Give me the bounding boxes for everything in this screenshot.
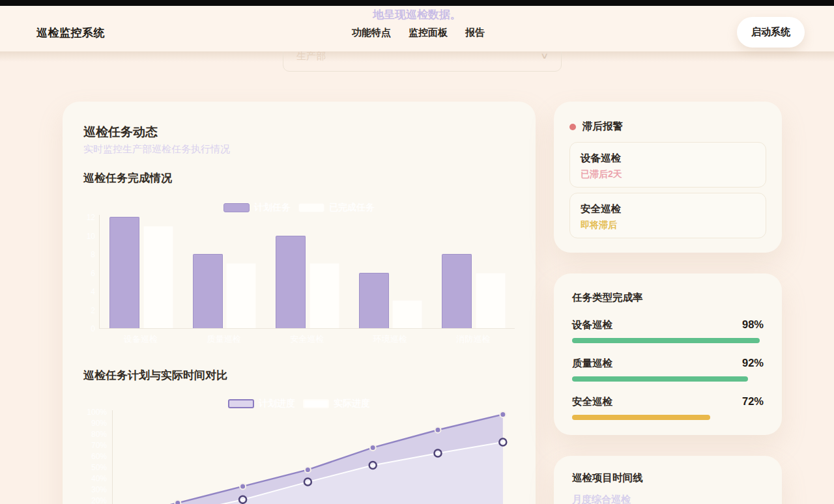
completion-list: 设备巡检98%质量巡检92%安全巡检72% (572, 318, 764, 420)
app-title: 巡检监控系统 (36, 25, 105, 40)
data-point-filled (175, 500, 180, 504)
bar-已完成任务 (476, 273, 506, 329)
alert-status: 已滞后2天 (581, 169, 755, 180)
completion-task-label: 设备巡检 (572, 318, 612, 332)
line-y-tick-label: 50% (82, 463, 107, 472)
progress-bar (572, 415, 710, 420)
legend-label: 已完成任务 (329, 202, 375, 214)
bar-计划任务 (109, 217, 139, 328)
bar-计划任务 (359, 273, 389, 329)
data-point-hollow (499, 438, 506, 445)
bar-x-tick-label: 设备巡检 (111, 333, 170, 345)
bar-y-tick-label: 8 (81, 250, 95, 259)
legend-label: 计划任务 (254, 202, 291, 214)
bar-y-tick-label: 0 (81, 324, 95, 333)
progress-bar-track (572, 415, 764, 420)
bar-chart-legend: 计划任务已完成任务 (63, 202, 536, 214)
bar-x-tick-label: 安全巡检 (278, 333, 336, 345)
alerts-card-title: 滞后报警 (582, 120, 623, 133)
legend-swatch-icon (298, 203, 324, 212)
line-y-tick-label: 80% (82, 430, 107, 439)
alert-task-name: 设备巡检 (581, 152, 755, 165)
timeline-card: 巡检项目时间线 月度综合巡检 (554, 456, 782, 504)
completion-percent: 92% (742, 357, 764, 369)
nav-item-0[interactable]: 功能特点 (352, 27, 391, 39)
timeline-card-title: 巡检项目时间线 (572, 471, 764, 485)
legend-item[interactable]: 计划任务 (223, 202, 291, 214)
timeline-list: 月度综合巡检 (572, 494, 764, 504)
chevron-down-icon: ∨ (541, 51, 549, 61)
line-chart-plot (112, 410, 529, 504)
line-y-tick-label: 90% (82, 419, 107, 428)
bar-y-tick-label: 6 (81, 269, 95, 278)
data-point-filled (435, 427, 441, 433)
alert-item: 设备巡检已滞后2天 (569, 142, 766, 188)
bar-x-tick-label: 环境巡检 (361, 333, 420, 345)
bar-x-tick-label: 质量巡检 (194, 333, 253, 345)
legend-label: 实际进度 (334, 398, 370, 410)
dashboard-subtitle: 实时监控生产部巡检任务执行情况 (83, 143, 230, 156)
nav-item-2[interactable]: 报告 (465, 27, 485, 39)
progress-bar-track (572, 338, 764, 343)
legend-swatch-icon (223, 203, 250, 212)
bar-chart-title: 巡检任务完成情况 (83, 171, 172, 186)
progress-bar-track (572, 376, 764, 382)
alert-dot-icon (569, 124, 576, 130)
department-select-value: 生产部 (296, 50, 326, 63)
progress-bar (572, 338, 760, 343)
completion-row: 质量巡检92% (572, 357, 764, 382)
data-point-filled (370, 445, 376, 451)
completion-task-label: 安全巡检 (572, 395, 612, 409)
line-y-tick-label: 40% (82, 474, 107, 483)
completion-task-label: 质量巡检 (572, 357, 612, 371)
timeline-item: 月度综合巡检 (572, 494, 764, 504)
data-point-hollow (239, 496, 246, 503)
legend-item[interactable]: 实际进度 (303, 398, 370, 410)
bar-chart-plot (99, 215, 515, 329)
bar-x-tick-label: 消防巡检 (444, 333, 502, 345)
line-y-tick-label: 70% (82, 441, 107, 450)
app-header: 巡检监控系统 功能特点监控面板报告 启动系统 (0, 6, 834, 51)
progress-bar (572, 376, 748, 382)
line-y-tick-label: 100% (82, 408, 107, 417)
line-y-tick-label: 30% (82, 485, 107, 494)
bar-y-tick-label: 2 (81, 306, 95, 315)
bar-计划任务 (276, 236, 306, 329)
bar-已完成任务 (392, 300, 422, 328)
start-system-button[interactable]: 启动系统 (737, 17, 805, 48)
bar-y-tick-label: 12 (81, 213, 95, 222)
line-y-tick-label: 60% (82, 452, 107, 461)
line-chart-svg (113, 410, 530, 504)
data-point-hollow (435, 449, 442, 456)
line-chart-legend: 计划进度实际进度 (63, 398, 536, 410)
bar-y-tick-label: 10 (81, 232, 95, 241)
completion-percent: 72% (742, 395, 764, 408)
lag-alerts-card: 滞后报警 设备巡检已滞后2天安全巡检即将滞后 (554, 102, 782, 253)
bar-已完成任务 (309, 263, 339, 328)
alert-item: 安全巡检即将滞后 (569, 193, 766, 238)
bar-y-tick-label: 4 (81, 287, 95, 296)
bar-已完成任务 (143, 226, 173, 328)
legend-swatch-icon (303, 399, 329, 408)
data-point-hollow (304, 479, 311, 486)
inspection-dashboard-card: 巡检任务动态 实时监控生产部巡检任务执行情况 巡检任务完成情况 计划任务已完成任… (63, 102, 536, 504)
data-point-filled (500, 412, 506, 417)
data-point-filled (305, 467, 311, 473)
alert-status: 即将滞后 (581, 219, 755, 231)
alert-task-name: 安全巡检 (581, 203, 755, 216)
completion-row: 设备巡检98% (572, 318, 764, 343)
main-nav: 功能特点监控面板报告 (352, 27, 485, 39)
window-top-bar (0, 0, 834, 6)
completion-rate-card: 任务类型完成率 设备巡检98%质量巡检92%安全巡检72% (554, 273, 782, 435)
legend-item[interactable]: 计划进度 (228, 398, 295, 410)
legend-item[interactable]: 已完成任务 (298, 202, 375, 214)
bar-已完成任务 (226, 263, 256, 328)
nav-item-1[interactable]: 监控面板 (409, 27, 448, 39)
legend-swatch-icon (228, 399, 254, 408)
bar-计划任务 (442, 254, 472, 328)
completion-percent: 98% (742, 318, 764, 331)
line-y-tick-label: 20% (82, 496, 107, 504)
data-point-hollow (369, 462, 377, 469)
bar-计划任务 (193, 254, 223, 328)
line-chart-title: 巡检任务计划与实际时间对比 (83, 368, 227, 383)
